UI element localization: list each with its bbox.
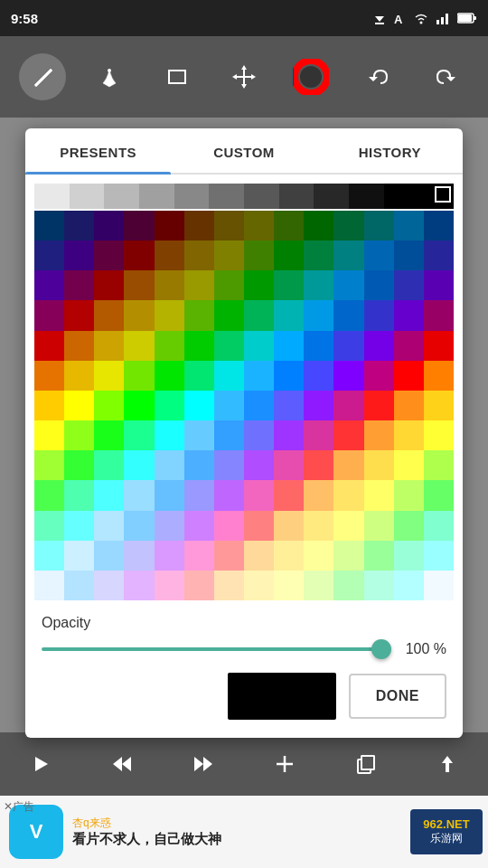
color-cell-12-2[interactable] bbox=[155, 541, 184, 571]
color-cell-13-3[interactable] bbox=[155, 571, 184, 600]
color-cell-12-9[interactable] bbox=[364, 541, 394, 571]
color-cell-10-9[interactable] bbox=[424, 480, 454, 510]
color-cell-2-10[interactable] bbox=[274, 270, 304, 300]
color-cell-5-2[interactable] bbox=[364, 331, 394, 361]
color-cell-5-10[interactable] bbox=[184, 361, 214, 391]
color-cell-4-4[interactable] bbox=[34, 331, 64, 361]
color-cell-13-0[interactable] bbox=[64, 571, 94, 600]
color-cell-11-3[interactable] bbox=[214, 511, 244, 541]
color-cell-13-2[interactable] bbox=[124, 571, 154, 600]
color-cell-12-11[interactable] bbox=[424, 541, 454, 571]
color-cell-10-4[interactable] bbox=[274, 480, 304, 510]
color-cell-1-3[interactable] bbox=[94, 241, 124, 270]
tab-history[interactable]: HISTORY bbox=[317, 128, 463, 173]
color-cell-11-1[interactable] bbox=[155, 511, 184, 541]
gray-cell-10[interactable] bbox=[384, 184, 419, 209]
color-cell-6-10[interactable] bbox=[155, 391, 184, 420]
color-cell-12-10[interactable] bbox=[394, 541, 424, 571]
add-frame-button[interactable] bbox=[262, 741, 307, 787]
color-cell-4-1[interactable] bbox=[364, 300, 394, 330]
color-cell-7-7[interactable] bbox=[34, 420, 64, 450]
color-cell-12-7[interactable] bbox=[304, 541, 333, 571]
color-cell-7-0[interactable] bbox=[244, 391, 274, 420]
redo-button[interactable] bbox=[422, 53, 469, 100]
color-cell-8-1[interactable] bbox=[244, 420, 274, 450]
color-cell-1-12[interactable] bbox=[364, 241, 394, 270]
gray-cell-6[interactable] bbox=[244, 184, 279, 209]
color-cell-13-11[interactable] bbox=[394, 571, 424, 600]
color-cell-6-5[interactable] bbox=[424, 361, 454, 391]
color-cell-11-11[interactable] bbox=[34, 541, 64, 571]
color-cell-8-8[interactable] bbox=[34, 450, 64, 480]
color-wheel-button[interactable] bbox=[287, 53, 334, 100]
color-cell-7-5[interactable] bbox=[394, 391, 424, 420]
color-cell-0-11[interactable] bbox=[364, 211, 394, 241]
color-cell-12-8[interactable] bbox=[333, 541, 363, 571]
color-cell-2-4[interactable] bbox=[94, 270, 124, 300]
color-cell-2-9[interactable] bbox=[244, 270, 274, 300]
color-cell-0-9[interactable] bbox=[304, 211, 333, 241]
color-cell-0-3[interactable] bbox=[124, 211, 154, 241]
color-cell-7-2[interactable] bbox=[304, 391, 333, 420]
ad-close-button[interactable]: ✕广告 bbox=[4, 799, 34, 815]
color-cell-2-1[interactable] bbox=[424, 241, 454, 270]
color-cell-9-3[interactable] bbox=[274, 450, 304, 480]
color-cell-10-3[interactable] bbox=[244, 480, 274, 510]
color-cell-2-8[interactable] bbox=[214, 270, 244, 300]
color-cell-1-0[interactable] bbox=[424, 211, 454, 241]
color-cell-12-6[interactable] bbox=[274, 541, 304, 571]
gray-cell-2[interactable] bbox=[104, 184, 139, 209]
color-cell-2-12[interactable] bbox=[333, 270, 363, 300]
color-cell-9-10[interactable] bbox=[64, 480, 94, 510]
color-cell-1-10[interactable] bbox=[304, 241, 333, 270]
color-cell-0-8[interactable] bbox=[274, 211, 304, 241]
color-cell-9-12[interactable] bbox=[124, 480, 154, 510]
transform-tool-button[interactable] bbox=[221, 53, 267, 100]
gray-cell-9[interactable] bbox=[349, 184, 384, 209]
color-cell-11-0[interactable] bbox=[124, 511, 154, 541]
color-cell-4-5[interactable] bbox=[64, 331, 94, 361]
color-cell-8-3[interactable] bbox=[304, 420, 333, 450]
color-cell-4-12[interactable] bbox=[274, 331, 304, 361]
color-cell-6-6[interactable] bbox=[34, 391, 64, 420]
color-cell-13-10[interactable] bbox=[364, 571, 394, 600]
upload-button[interactable] bbox=[425, 741, 470, 787]
color-cell-0-6[interactable] bbox=[214, 211, 244, 241]
color-cell-0-1[interactable] bbox=[64, 211, 94, 241]
color-cell-1-8[interactable] bbox=[244, 241, 274, 270]
color-cell-0-4[interactable] bbox=[155, 211, 184, 241]
color-cell-7-11[interactable] bbox=[155, 420, 184, 450]
color-cell-8-6[interactable] bbox=[394, 420, 424, 450]
opacity-slider[interactable] bbox=[42, 640, 381, 658]
color-cell-6-8[interactable] bbox=[94, 391, 124, 420]
rewind-button[interactable] bbox=[99, 741, 145, 787]
color-cell-11-5[interactable] bbox=[274, 511, 304, 541]
gray-cell-7[interactable] bbox=[279, 184, 314, 209]
color-cell-5-5[interactable] bbox=[34, 361, 64, 391]
tab-presents[interactable]: PRESENTS bbox=[25, 128, 171, 173]
color-cell-5-0[interactable] bbox=[304, 331, 333, 361]
color-cell-6-1[interactable] bbox=[304, 361, 333, 391]
color-cell-6-7[interactable] bbox=[64, 391, 94, 420]
color-cell-3-7[interactable] bbox=[155, 300, 184, 330]
gray-cell-0[interactable] bbox=[34, 184, 70, 209]
color-cell-0-7[interactable] bbox=[244, 211, 274, 241]
black-cell[interactable] bbox=[418, 184, 454, 209]
color-cell-3-12[interactable] bbox=[304, 300, 333, 330]
gray-cell-1[interactable] bbox=[70, 184, 105, 209]
color-cell-4-10[interactable] bbox=[214, 331, 244, 361]
color-cell-2-5[interactable] bbox=[124, 270, 154, 300]
color-cell-9-6[interactable] bbox=[364, 450, 394, 480]
color-cell-5-8[interactable] bbox=[124, 361, 154, 391]
color-cell-13-8[interactable] bbox=[304, 571, 333, 600]
color-cell-1-2[interactable] bbox=[64, 241, 94, 270]
slider-thumb[interactable] bbox=[371, 639, 391, 659]
color-cell-9-1[interactable] bbox=[214, 450, 244, 480]
color-cell-4-9[interactable] bbox=[184, 331, 214, 361]
color-cell-11-4[interactable] bbox=[244, 511, 274, 541]
color-cell-3-8[interactable] bbox=[184, 300, 214, 330]
color-cell-13-1[interactable] bbox=[94, 571, 124, 600]
color-cell-10-8[interactable] bbox=[394, 480, 424, 510]
color-cell-5-3[interactable] bbox=[394, 331, 424, 361]
color-cell-2-6[interactable] bbox=[155, 270, 184, 300]
